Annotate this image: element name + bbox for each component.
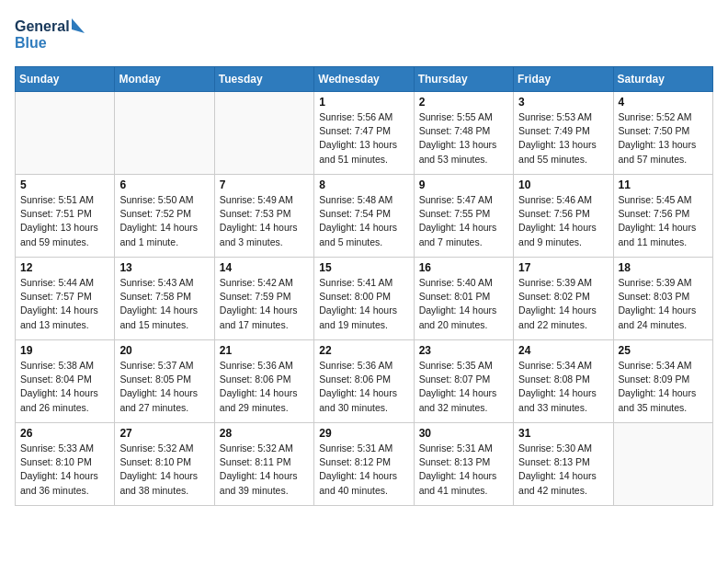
calendar-cell: [214, 92, 313, 175]
weekday-header: Thursday: [414, 67, 513, 92]
calendar-cell: 17Sunrise: 5:39 AM Sunset: 8:02 PM Dayli…: [514, 258, 613, 340]
calendar-cell: [613, 423, 712, 506]
calendar-cell: [16, 92, 115, 175]
weekday-header: Saturday: [613, 67, 712, 92]
day-info: Sunrise: 5:41 AM Sunset: 8:00 PM Dayligh…: [319, 276, 408, 332]
day-number: 21: [220, 344, 309, 357]
calendar-week-row: 5Sunrise: 5:51 AM Sunset: 7:51 PM Daylig…: [16, 175, 713, 258]
day-info: Sunrise: 5:38 AM Sunset: 8:04 PM Dayligh…: [20, 359, 109, 415]
day-number: 27: [119, 427, 209, 440]
day-info: Sunrise: 5:36 AM Sunset: 8:06 PM Dayligh…: [220, 359, 309, 415]
calendar-cell: 28Sunrise: 5:32 AM Sunset: 8:11 PM Dayli…: [214, 423, 313, 506]
day-info: Sunrise: 5:39 AM Sunset: 8:02 PM Dayligh…: [518, 276, 608, 332]
day-info: Sunrise: 5:56 AM Sunset: 7:47 PM Dayligh…: [319, 110, 408, 167]
calendar-week-row: 26Sunrise: 5:33 AM Sunset: 8:10 PM Dayli…: [16, 423, 713, 506]
calendar-cell: 3Sunrise: 5:53 AM Sunset: 7:49 PM Daylig…: [514, 92, 613, 175]
day-info: Sunrise: 5:34 AM Sunset: 8:09 PM Dayligh…: [619, 359, 708, 415]
day-info: Sunrise: 5:33 AM Sunset: 8:10 PM Dayligh…: [20, 442, 109, 498]
day-number: 18: [619, 261, 708, 274]
day-info: Sunrise: 5:32 AM Sunset: 8:10 PM Dayligh…: [119, 442, 209, 498]
day-number: 31: [518, 427, 608, 440]
day-info: Sunrise: 5:46 AM Sunset: 7:56 PM Dayligh…: [518, 193, 608, 249]
day-info: Sunrise: 5:44 AM Sunset: 7:57 PM Dayligh…: [20, 276, 109, 332]
day-info: Sunrise: 5:42 AM Sunset: 7:59 PM Dayligh…: [220, 276, 309, 332]
day-number: 13: [119, 261, 209, 274]
day-info: Sunrise: 5:52 AM Sunset: 7:50 PM Dayligh…: [619, 110, 708, 167]
calendar-cell: 20Sunrise: 5:37 AM Sunset: 8:05 PM Dayli…: [115, 340, 214, 423]
calendar-cell: 24Sunrise: 5:34 AM Sunset: 8:08 PM Dayli…: [514, 340, 613, 423]
day-info: Sunrise: 5:55 AM Sunset: 7:48 PM Dayligh…: [419, 110, 508, 167]
calendar-cell: [115, 92, 214, 175]
day-number: 6: [119, 178, 209, 191]
calendar-cell: 8Sunrise: 5:48 AM Sunset: 7:54 PM Daylig…: [314, 175, 414, 258]
day-info: Sunrise: 5:36 AM Sunset: 8:06 PM Dayligh…: [319, 359, 408, 415]
calendar-cell: 10Sunrise: 5:46 AM Sunset: 7:56 PM Dayli…: [514, 175, 613, 258]
calendar-cell: 2Sunrise: 5:55 AM Sunset: 7:48 PM Daylig…: [414, 92, 513, 175]
calendar-cell: 12Sunrise: 5:44 AM Sunset: 7:57 PM Dayli…: [16, 258, 115, 340]
day-info: Sunrise: 5:51 AM Sunset: 7:51 PM Dayligh…: [20, 193, 109, 249]
calendar-cell: 11Sunrise: 5:45 AM Sunset: 7:56 PM Dayli…: [613, 175, 712, 258]
day-number: 15: [319, 261, 408, 274]
day-number: 30: [419, 427, 508, 440]
day-info: Sunrise: 5:47 AM Sunset: 7:55 PM Dayligh…: [419, 193, 508, 249]
weekday-header-row: SundayMondayTuesdayWednesdayThursdayFrid…: [16, 67, 713, 92]
calendar-cell: 26Sunrise: 5:33 AM Sunset: 8:10 PM Dayli…: [16, 423, 115, 506]
day-number: 28: [220, 427, 309, 440]
calendar-cell: 21Sunrise: 5:36 AM Sunset: 8:06 PM Dayli…: [214, 340, 313, 423]
day-number: 17: [518, 261, 608, 274]
calendar-table: SundayMondayTuesdayWednesdayThursdayFrid…: [15, 66, 713, 506]
calendar-cell: 13Sunrise: 5:43 AM Sunset: 7:58 PM Dayli…: [115, 258, 214, 340]
calendar-cell: 4Sunrise: 5:52 AM Sunset: 7:50 PM Daylig…: [613, 92, 712, 175]
day-info: Sunrise: 5:43 AM Sunset: 7:58 PM Dayligh…: [119, 276, 209, 332]
weekday-header: Friday: [514, 67, 613, 92]
svg-text:Blue: Blue: [15, 35, 47, 51]
day-number: 25: [619, 344, 708, 357]
day-number: 2: [419, 96, 508, 109]
calendar-cell: 25Sunrise: 5:34 AM Sunset: 8:09 PM Dayli…: [613, 340, 712, 423]
calendar-cell: 22Sunrise: 5:36 AM Sunset: 8:06 PM Dayli…: [314, 340, 414, 423]
day-number: 23: [419, 344, 508, 357]
calendar-cell: 31Sunrise: 5:30 AM Sunset: 8:13 PM Dayli…: [514, 423, 613, 506]
day-number: 22: [319, 344, 408, 357]
day-number: 20: [119, 344, 209, 357]
calendar-week-row: 1Sunrise: 5:56 AM Sunset: 7:47 PM Daylig…: [16, 92, 713, 175]
day-number: 26: [20, 427, 109, 440]
calendar-week-row: 12Sunrise: 5:44 AM Sunset: 7:57 PM Dayli…: [16, 258, 713, 340]
calendar-cell: 1Sunrise: 5:56 AM Sunset: 7:47 PM Daylig…: [314, 92, 414, 175]
weekday-header: Tuesday: [214, 67, 313, 92]
day-info: Sunrise: 5:37 AM Sunset: 8:05 PM Dayligh…: [119, 359, 209, 415]
calendar-cell: 15Sunrise: 5:41 AM Sunset: 8:00 PM Dayli…: [314, 258, 414, 340]
calendar-cell: 27Sunrise: 5:32 AM Sunset: 8:10 PM Dayli…: [115, 423, 214, 506]
weekday-header: Wednesday: [314, 67, 414, 92]
calendar-cell: 29Sunrise: 5:31 AM Sunset: 8:12 PM Dayli…: [314, 423, 414, 506]
svg-text:General: General: [15, 18, 70, 34]
calendar-cell: 9Sunrise: 5:47 AM Sunset: 7:55 PM Daylig…: [414, 175, 513, 258]
calendar-cell: 19Sunrise: 5:38 AM Sunset: 8:04 PM Dayli…: [16, 340, 115, 423]
day-info: Sunrise: 5:53 AM Sunset: 7:49 PM Dayligh…: [518, 110, 608, 167]
day-info: Sunrise: 5:45 AM Sunset: 7:56 PM Dayligh…: [619, 193, 708, 249]
day-number: 16: [419, 261, 508, 274]
day-info: Sunrise: 5:48 AM Sunset: 7:54 PM Dayligh…: [319, 193, 408, 249]
calendar-cell: 23Sunrise: 5:35 AM Sunset: 8:07 PM Dayli…: [414, 340, 513, 423]
day-number: 8: [319, 178, 408, 191]
day-number: 29: [319, 427, 408, 440]
day-info: Sunrise: 5:49 AM Sunset: 7:53 PM Dayligh…: [220, 193, 309, 249]
day-info: Sunrise: 5:39 AM Sunset: 8:03 PM Dayligh…: [619, 276, 708, 332]
weekday-header: Sunday: [16, 67, 115, 92]
day-info: Sunrise: 5:35 AM Sunset: 8:07 PM Dayligh…: [419, 359, 508, 415]
day-number: 12: [20, 261, 109, 274]
calendar-cell: 7Sunrise: 5:49 AM Sunset: 7:53 PM Daylig…: [214, 175, 313, 258]
logo-svg: GeneralBlue: [15, 15, 88, 55]
logo: GeneralBlue: [15, 15, 88, 55]
day-number: 9: [419, 178, 508, 191]
page-header: GeneralBlue: [15, 15, 713, 55]
day-number: 4: [619, 96, 708, 109]
day-number: 3: [518, 96, 608, 109]
day-info: Sunrise: 5:34 AM Sunset: 8:08 PM Dayligh…: [518, 359, 608, 415]
calendar-cell: 18Sunrise: 5:39 AM Sunset: 8:03 PM Dayli…: [613, 258, 712, 340]
calendar-week-row: 19Sunrise: 5:38 AM Sunset: 8:04 PM Dayli…: [16, 340, 713, 423]
calendar-cell: 16Sunrise: 5:40 AM Sunset: 8:01 PM Dayli…: [414, 258, 513, 340]
day-number: 7: [220, 178, 309, 191]
calendar-cell: 6Sunrise: 5:50 AM Sunset: 7:52 PM Daylig…: [115, 175, 214, 258]
svg-marker-2: [72, 18, 85, 33]
